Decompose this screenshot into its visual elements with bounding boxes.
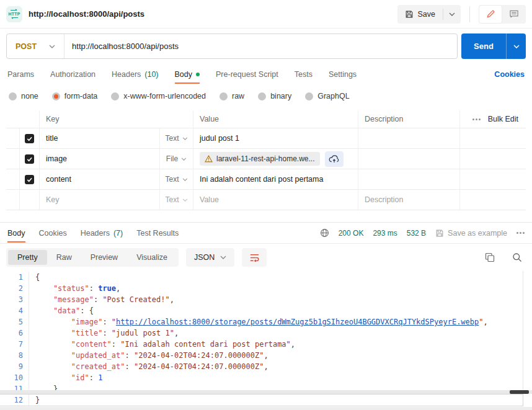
description-cell[interactable] xyxy=(358,149,460,169)
column-header-value: Value xyxy=(193,110,358,128)
column-header-key: Key xyxy=(40,110,193,128)
search-icon[interactable] xyxy=(512,252,522,262)
upload-file-button[interactable] xyxy=(325,151,344,167)
code-line[interactable]: 6 "title": "judul post 1", xyxy=(0,328,532,339)
key-cell[interactable]: image xyxy=(40,149,160,169)
save-options-button[interactable] xyxy=(443,5,461,24)
chevron-down-icon xyxy=(181,158,187,161)
key-cell[interactable]: Key xyxy=(40,190,160,210)
code-line[interactable]: 10 "id": 1 xyxy=(0,372,532,383)
checkbox-checked-icon[interactable] xyxy=(25,175,34,184)
type-select[interactable]: File xyxy=(160,149,193,169)
description-cell[interactable] xyxy=(358,169,460,189)
horizontal-scrollbar xyxy=(0,390,532,394)
url-input[interactable] xyxy=(64,34,457,58)
tab-tests[interactable]: Tests xyxy=(295,64,313,84)
code-line[interactable]: 7 "content": "Ini adalah content dari po… xyxy=(0,339,532,350)
save-as-example-button[interactable]: Save as example xyxy=(435,229,507,238)
value-cell[interactable]: Value xyxy=(193,190,358,210)
key-cell[interactable]: content xyxy=(40,169,160,189)
code-line[interactable]: 12} xyxy=(0,394,523,406)
status-badge[interactable]: 200 OK xyxy=(339,229,364,238)
tab-params[interactable]: Params xyxy=(7,64,34,84)
row-drag-handle[interactable] xyxy=(6,149,20,169)
code-token: , xyxy=(174,329,179,337)
response-size[interactable]: 532 B xyxy=(407,229,426,238)
type-select[interactable]: Text xyxy=(160,169,193,189)
tab-headers[interactable]: Headers (10) xyxy=(112,64,158,84)
wrap-lines-button[interactable] xyxy=(242,248,267,267)
more-options-icon[interactable] xyxy=(472,118,481,120)
chevron-down-icon xyxy=(220,256,226,259)
response-tab-cookies[interactable]: Cookies xyxy=(39,223,67,243)
key-cell[interactable]: title xyxy=(40,128,160,148)
tab-settings[interactable]: Settings xyxy=(329,64,357,84)
code-line[interactable]: 9 "created_at": "2024-04-02T04:24:07.000… xyxy=(0,361,532,372)
type-select[interactable]: Text xyxy=(160,128,193,148)
response-tab-headers[interactable]: Headers (7) xyxy=(81,223,123,243)
value-cell[interactable]: judul post 1 xyxy=(193,128,358,148)
save-button[interactable]: Save xyxy=(397,5,443,24)
cookies-link[interactable]: Cookies xyxy=(494,64,525,84)
view-preview[interactable]: Preview xyxy=(81,250,127,265)
code-line[interactable]: 8 "updated_at": "2024-04-02T04:24:07.000… xyxy=(0,350,532,361)
method-selector[interactable]: POST xyxy=(7,34,64,58)
type-select[interactable]: Text xyxy=(160,190,193,210)
tab-body[interactable]: Body xyxy=(175,64,200,84)
tab-label: Test Results xyxy=(136,229,179,238)
line-number: 12 xyxy=(0,394,29,406)
horizontal-scrollbar-thumb[interactable] xyxy=(510,390,529,394)
selected-file-chip[interactable]: laravel-11-rest-api-home.we... xyxy=(200,152,320,166)
more-options-icon[interactable] xyxy=(516,232,525,234)
response-tab-test-results[interactable]: Test Results xyxy=(136,223,179,243)
code-token: , xyxy=(264,351,268,360)
line-number: 9 xyxy=(0,361,29,372)
view-visualize[interactable]: Visualize xyxy=(127,250,177,265)
bulk-edit-button[interactable]: Bulk Edit xyxy=(488,115,518,123)
value-cell[interactable]: Ini adalah content dari post pertama xyxy=(193,169,358,189)
code-line[interactable]: 2 "status": true, xyxy=(0,283,532,294)
tab-authorization[interactable]: Authorization xyxy=(50,64,95,84)
mode-none[interactable]: none xyxy=(9,92,38,100)
response-body-editor[interactable]: 1{2 "status": true,3 "message": "Post Cr… xyxy=(0,271,532,410)
send-button[interactable]: Send xyxy=(461,33,506,59)
code-line[interactable]: 5 "image": "http://localhost:8000/storag… xyxy=(0,316,532,328)
view-raw[interactable]: Raw xyxy=(47,250,81,265)
copy-icon[interactable] xyxy=(485,252,495,262)
response-tab-body[interactable]: Body xyxy=(7,223,25,243)
mode-x-www-form-urlencoded[interactable]: x-www-form-urlencoded xyxy=(111,92,206,100)
code-line[interactable]: 3 "message": "Post Created!", xyxy=(0,294,532,305)
row-drag-handle[interactable] xyxy=(6,128,20,148)
code-line[interactable]: 1{ xyxy=(0,272,532,283)
chevron-down-icon xyxy=(449,12,455,16)
response-url-link[interactable]: http://localhost:8000/storage/posts/dWmZ… xyxy=(116,318,479,326)
format-select[interactable]: JSON xyxy=(186,248,234,267)
mode-graphql[interactable]: GraphQL xyxy=(305,92,349,100)
row-drag-handle[interactable] xyxy=(6,169,20,189)
edit-request-button[interactable] xyxy=(479,5,502,24)
table-header-row: Key Value Description Bulk Edit xyxy=(6,110,526,128)
row-checkbox-cell xyxy=(20,169,40,189)
method-label: POST xyxy=(16,42,37,51)
code-token: } xyxy=(35,396,40,404)
mode-raw[interactable]: raw xyxy=(219,92,244,100)
code-token: "created_at" xyxy=(35,362,125,371)
mode-binary[interactable]: binary xyxy=(258,92,291,100)
checkbox-checked-icon[interactable] xyxy=(25,134,34,143)
send-options-button[interactable] xyxy=(506,33,526,59)
scrollbar-track xyxy=(523,271,523,390)
row-actions xyxy=(460,128,526,148)
comments-button[interactable] xyxy=(502,5,526,24)
chevron-down-icon xyxy=(182,198,188,202)
description-cell[interactable]: Description xyxy=(358,190,460,210)
description-cell[interactable] xyxy=(358,128,460,148)
response-tabs-bar: Body Cookies Headers (7) Test Results 20… xyxy=(0,222,532,244)
code-line[interactable]: 4 "data": { xyxy=(0,305,532,316)
mode-form-data[interactable]: form-data xyxy=(52,92,98,100)
response-time[interactable]: 293 ms xyxy=(373,229,397,238)
view-pretty[interactable]: Pretty xyxy=(8,250,47,265)
globe-icon[interactable] xyxy=(320,228,329,238)
tab-label: Body xyxy=(175,70,193,79)
checkbox-checked-icon[interactable] xyxy=(25,154,34,164)
tab-pre-request-script[interactable]: Pre-request Script xyxy=(216,64,278,84)
